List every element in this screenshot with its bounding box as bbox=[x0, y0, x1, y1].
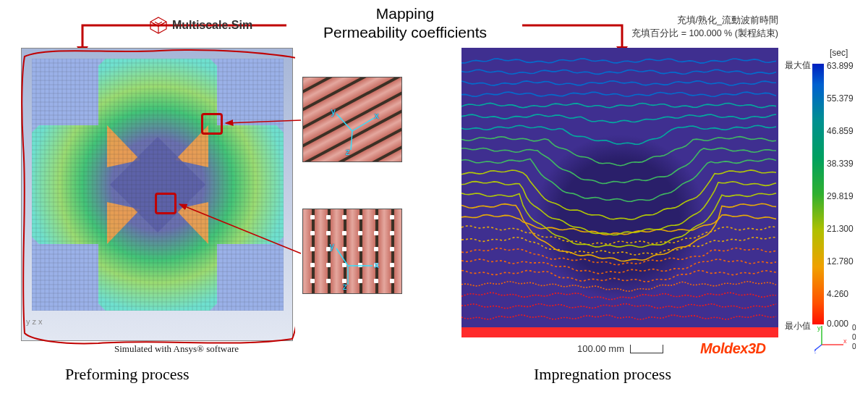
svg-point-14 bbox=[519, 109, 721, 305]
cbar-tick-3: 38.339 bbox=[827, 159, 854, 169]
cbar-tick-5: 21.300 bbox=[827, 224, 854, 234]
cbar-tick-2: 46.859 bbox=[827, 126, 854, 136]
preforming-mesh bbox=[32, 59, 284, 311]
cbar-min-label: 最小值 bbox=[785, 320, 811, 332]
cbar-unit: [sec] bbox=[830, 48, 848, 58]
impregnation-panel bbox=[461, 48, 778, 337]
svg-text:x: x bbox=[843, 337, 847, 345]
scale-bar: 100.00 mm bbox=[577, 343, 663, 354]
triad-left-icon: y z x bbox=[26, 317, 43, 326]
swatch2-z: z bbox=[342, 282, 347, 292]
imp-red-baseline bbox=[461, 327, 778, 337]
cbar-tick-7: 4.260 bbox=[827, 289, 848, 299]
svg-line-9 bbox=[336, 114, 352, 131]
moldex3d-logo: Moldex3D bbox=[700, 340, 765, 357]
ansys-note: Simulated with Ansys® software bbox=[114, 343, 239, 355]
swatch1-axes-icon bbox=[303, 77, 402, 162]
caption-preforming: Preforming process bbox=[65, 365, 190, 384]
weave-swatch-orthogonal: x y z bbox=[302, 209, 402, 294]
cbar-tick-4: 29.819 bbox=[827, 191, 854, 201]
cbar-max-label: 最大值 bbox=[785, 59, 811, 72]
cbar-tick-1: 55.379 bbox=[827, 93, 854, 104]
moldex-text: Moldex bbox=[700, 340, 748, 356]
preforming-panel bbox=[21, 48, 293, 341]
flowfront-svg bbox=[461, 48, 778, 337]
caption-impregnation: Impregnation process bbox=[534, 365, 671, 384]
svg-rect-5 bbox=[217, 244, 284, 311]
swatch2-x: x bbox=[374, 260, 379, 270]
mapping-line1: Mapping bbox=[289, 4, 521, 23]
svg-line-10 bbox=[351, 131, 352, 150]
swatch1-z: z bbox=[345, 147, 350, 157]
ruler-icon bbox=[630, 345, 663, 353]
multiscale-cube-icon bbox=[149, 16, 168, 35]
cbar-gradient bbox=[812, 64, 824, 324]
swatch1-x: x bbox=[374, 111, 379, 121]
svg-line-12 bbox=[336, 248, 348, 266]
colorbar: [sec] 最大值 最小值 63.899 55.379 46.859 38.33… bbox=[786, 52, 862, 337]
mapping-line2: Permeability coefficients bbox=[289, 23, 521, 42]
cbar-tick-8: 0.000 bbox=[827, 319, 848, 329]
svg-line-8 bbox=[352, 118, 374, 131]
cbar-tick-0: 63.899 bbox=[827, 61, 854, 71]
svg-rect-3 bbox=[217, 59, 284, 125]
multiscale-text: Multiscale.Sim bbox=[172, 19, 252, 32]
svg-rect-4 bbox=[32, 244, 98, 311]
swatch1-y: y bbox=[331, 106, 336, 117]
multiscale-sim-logo: Multiscale.Sim bbox=[149, 16, 252, 35]
triad-zero-2: 0 bbox=[852, 342, 856, 351]
svg-rect-2 bbox=[32, 59, 98, 125]
swatch2-y: y bbox=[329, 241, 334, 251]
weave-swatch-diagonal: x y z bbox=[302, 77, 402, 162]
cbar-tick-6: 12.780 bbox=[827, 256, 854, 266]
scale-label: 100.00 mm bbox=[577, 343, 624, 354]
swatch2-axes-icon bbox=[303, 209, 402, 294]
moldex-suffix: 3D bbox=[748, 340, 766, 356]
preform-fem-svg bbox=[32, 59, 284, 311]
mapping-header: Mapping Permeability coefficients bbox=[289, 4, 521, 43]
